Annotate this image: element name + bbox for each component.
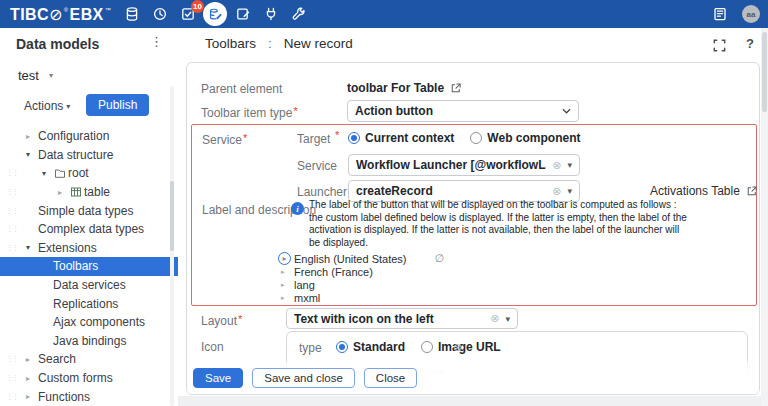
drag-handle-icon[interactable]: ⋮⋮ <box>6 207 18 215</box>
radio-image-url[interactable] <box>421 341 433 353</box>
language-row-english[interactable]: ▸ English (United States) ∅ <box>278 252 444 265</box>
tree-item-toolbars-selected[interactable]: Toolbars <box>0 257 178 276</box>
chevron-right-icon[interactable]: ▸ <box>281 281 291 289</box>
radio-label[interactable]: Image URL <box>438 340 501 354</box>
tree-item-label: Ajax components <box>53 315 145 329</box>
tree-item-complex-data-types[interactable]: ⋮⋮Complex data types <box>0 220 178 239</box>
chevron-right-icon[interactable]: ▸ <box>58 188 70 197</box>
tree-item-custom-forms[interactable]: ⋮⋮▸Custom forms <box>0 369 178 388</box>
radio-web-component[interactable] <box>470 132 482 144</box>
tree-item-data-services[interactable]: Data services <box>0 276 178 295</box>
external-link-icon <box>746 185 758 197</box>
clear-icon[interactable]: ⊗ <box>490 312 499 325</box>
close-button[interactable]: Close <box>364 368 417 388</box>
tree-item-java-bindings[interactable]: Java bindings <box>0 332 178 351</box>
table-icon <box>70 186 84 198</box>
user-avatar[interactable]: aa <box>742 5 760 23</box>
dropdown-caret-icon[interactable]: ▾ <box>505 314 510 324</box>
validation-icon[interactable] <box>230 2 255 27</box>
info-icon: i <box>291 202 304 215</box>
scrollbar-thumb[interactable] <box>762 32 767 112</box>
drag-handle-icon[interactable]: ⋮⋮ <box>6 244 18 252</box>
clear-icon[interactable]: ⊗ <box>552 185 561 198</box>
database-icon[interactable] <box>119 2 144 27</box>
toolbar-item-type-label: Toolbar item type <box>201 105 298 120</box>
tree-item-label: Search <box>38 352 76 366</box>
drag-handle-icon[interactable]: ⋮⋮ <box>6 374 18 382</box>
dataset-selector[interactable]: test▾ <box>18 68 53 83</box>
kebab-menu-icon[interactable]: ⋮ <box>150 34 164 49</box>
language-row-mxml[interactable]: ▸mxml <box>278 292 444 305</box>
tree-item-table[interactable]: ⋮⋮▸table <box>0 183 178 202</box>
help-icon[interactable]: ? <box>746 36 754 51</box>
drag-handle-icon[interactable]: ⋮⋮ <box>6 355 18 363</box>
tree-item-ajax-components[interactable]: Ajax components <box>0 313 178 332</box>
language-label: English (United States) <box>294 253 407 265</box>
report-icon[interactable] <box>707 2 732 27</box>
save-button[interactable]: Save <box>193 368 243 388</box>
drag-handle-icon[interactable]: ⋮⋮ <box>6 188 18 196</box>
chevron-right-icon[interactable]: ▸ <box>281 294 291 302</box>
toolbar-item-type-select[interactable]: Action button <box>347 100 579 122</box>
tree-item-replications[interactable]: Replications <box>0 294 178 313</box>
tree-item-root[interactable]: ⋮⋮▾root <box>0 164 178 183</box>
scrollbar-thumb[interactable] <box>170 181 174 251</box>
tree-item-label: Functions <box>38 390 90 404</box>
actions-menu[interactable]: Actions▾ <box>24 99 70 113</box>
logo-circle: ⊘ <box>49 6 63 23</box>
dropdown-caret-icon[interactable]: ▾ <box>567 186 572 196</box>
radio-current-context[interactable] <box>348 132 360 144</box>
tree-item-label: Toolbars <box>53 259 98 273</box>
trademark: ™ <box>105 7 111 13</box>
layout-combobox[interactable]: Text with icon on the left ⊗ ▾ <box>286 308 518 329</box>
radio-label[interactable]: Standard <box>353 340 405 354</box>
clear-icon[interactable]: ⊗ <box>552 159 561 172</box>
radio-label[interactable]: Web component <box>487 131 580 145</box>
drag-handle-icon[interactable]: ⋮⋮ <box>6 169 18 177</box>
chevron-right-icon[interactable]: ▸ <box>26 355 38 364</box>
top-nav-icons: 10 <box>119 0 311 28</box>
data-models-icon[interactable] <box>203 2 227 26</box>
window-scrollbar[interactable] <box>761 28 768 406</box>
tree-item-label: Custom forms <box>38 371 113 385</box>
administration-wrench-icon[interactable] <box>286 2 311 27</box>
activations-table-link[interactable]: Activations Table <box>650 184 758 198</box>
drag-handle-icon[interactable]: ⋮⋮ <box>6 393 18 401</box>
toolbar-item-type-value: Action button <box>355 104 556 118</box>
tree-item-data-structure[interactable]: ▾Data structure <box>0 146 178 165</box>
tree-item-configuration[interactable]: ▸Configuration <box>0 127 178 146</box>
chevron-down-icon[interactable]: ▾ <box>26 243 38 252</box>
tree-item-label: Configuration <box>38 129 109 143</box>
save-and-close-button[interactable]: Save and close <box>252 368 355 388</box>
chevron-right-icon[interactable]: ▸ <box>26 374 38 383</box>
sidebar-scrollbar[interactable] <box>170 86 174 406</box>
tree-item-functions[interactable]: ⋮⋮▸Functions <box>0 387 178 406</box>
chevron-down-icon[interactable]: ▾ <box>42 169 54 178</box>
tasks-icon[interactable]: 10 <box>175 2 200 27</box>
radio-standard[interactable] <box>336 341 348 353</box>
drag-handle-icon[interactable]: ⋮⋮ <box>6 225 18 233</box>
chevron-right-icon[interactable]: ▸ <box>281 268 291 276</box>
chevron-right-icon[interactable]: ▸ <box>26 392 38 401</box>
radio-label[interactable]: Current context <box>365 131 454 145</box>
chevron-right-icon[interactable]: ▸ <box>282 254 286 263</box>
focus-ring: ▸ <box>278 252 291 265</box>
integration-plug-icon[interactable] <box>258 2 283 27</box>
top-navigation-bar: TIBC⊘®EBX™ 10 aa <box>0 0 768 28</box>
service-combobox[interactable]: Workflow Launcher [@workflowLauncher] ⊗ … <box>348 154 580 176</box>
tree-item-extensions[interactable]: ⋮⋮▾Extensions <box>0 239 178 258</box>
tree-item-search[interactable]: ⋮⋮▸Search <box>0 350 178 369</box>
history-icon[interactable] <box>147 2 172 27</box>
tree-item-simple-data-types[interactable]: ⋮⋮Simple data types <box>0 201 178 220</box>
chevron-right-icon[interactable]: ▸ <box>26 132 38 141</box>
clear-icon[interactable]: ⊗ <box>453 341 462 354</box>
fullscreen-icon[interactable] <box>712 38 727 56</box>
language-row-french[interactable]: ▸French (France) <box>278 265 444 278</box>
service-label: Service <box>297 159 337 173</box>
top-right-controls: aa <box>707 0 760 28</box>
dropdown-caret-icon[interactable]: ▾ <box>567 160 572 170</box>
language-row-lang[interactable]: ▸lang <box>278 278 444 291</box>
external-link-icon[interactable] <box>450 82 462 94</box>
chevron-down-icon[interactable]: ▾ <box>26 150 38 159</box>
publish-button[interactable]: Publish <box>86 94 149 116</box>
